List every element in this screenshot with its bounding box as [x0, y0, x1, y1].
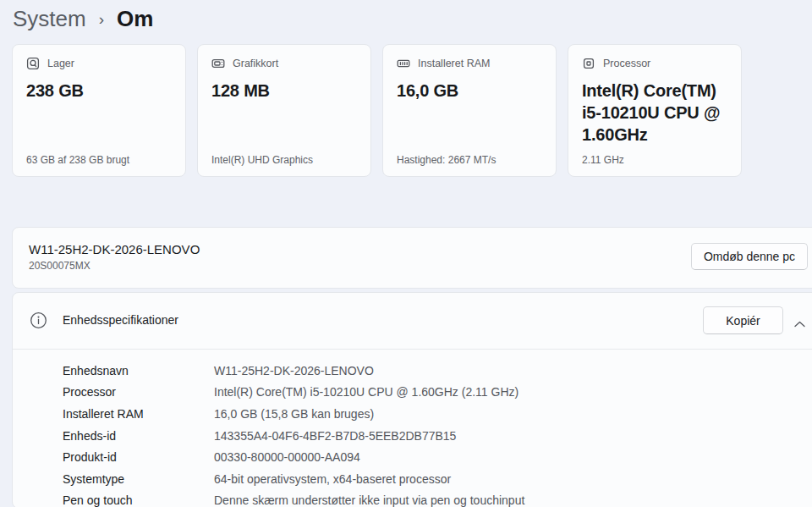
card-footer: 2.11 GHz — [582, 154, 624, 166]
spec-value: Denne skærm understøtter ikke input via … — [214, 493, 524, 507]
card-footer: Intel(R) UHD Graphics — [211, 154, 313, 166]
spec-label: Processor — [63, 385, 214, 399]
page-title: Om — [117, 5, 153, 32]
card-ram-header: Installeret RAM — [397, 57, 542, 70]
card-value: Intel(R) Core(TM) i5-10210U CPU @ 1.60GH… — [582, 80, 727, 146]
spec-value: Intel(R) Core(TM) i5-10210U CPU @ 1.60GH… — [214, 385, 518, 399]
card-title: Lager — [47, 58, 74, 69]
device-model: 20S00075MX — [29, 260, 91, 272]
spec-label: Enheds-id — [63, 429, 214, 443]
card-value: 16,0 GB — [397, 80, 542, 102]
spec-value: W11-25H2-DK-2026-LENOVO — [214, 364, 374, 377]
card-storage: Lager 238 GB 63 GB af 238 GB brugt — [12, 44, 186, 177]
spec-label: Pen og touch — [63, 493, 214, 507]
card-value: 238 GB — [26, 80, 172, 102]
table-row: Processor Intel(R) Core(TM) i5-10210U CP… — [13, 382, 812, 404]
device-specs-header[interactable]: Enhedsspecifikationer Kopiér — [13, 293, 812, 349]
breadcrumb: System › Om — [13, 4, 153, 33]
card-title: Grafikkort — [233, 58, 278, 69]
ram-icon — [397, 57, 410, 70]
card-processor: Processor Intel(R) Core(TM) i5-10210U CP… — [568, 44, 742, 177]
spec-label: Systemtype — [63, 472, 214, 486]
table-row: Enheds-id 143355A4-04F6-4BF2-B7D8-5EEB2D… — [13, 425, 812, 447]
rename-pc-button[interactable]: Omdøb denne pc — [691, 243, 808, 270]
specs-table: Enhedsnavn W11-25H2-DK-2026-LENOVO Proce… — [13, 350, 812, 507]
device-name-panel: W11-25H2-DK-2026-LENOVO 20S00075MX Omdøb… — [12, 227, 812, 289]
table-row: Pen og touch Denne skærm understøtter ik… — [13, 490, 812, 507]
copy-button[interactable]: Kopiér — [703, 306, 783, 334]
card-value: 128 MB — [211, 80, 357, 102]
table-row: Produkt-id 00330-80000-00000-AA094 — [13, 446, 812, 468]
gpu-icon — [211, 57, 225, 70]
spec-label: Installeret RAM — [63, 407, 214, 421]
spec-value: 143355A4-04F6-4BF2-B7D8-5EEB2DB77B15 — [214, 429, 456, 443]
cpu-icon — [582, 57, 595, 70]
device-name: W11-25H2-DK-2026-LENOVO — [29, 242, 200, 256]
section-title: Enhedsspecifikationer — [63, 313, 178, 327]
spec-label: Enhedsnavn — [63, 364, 214, 377]
chevron-right-icon: › — [99, 4, 104, 33]
spec-value: 00330-80000-00000-AA094 — [214, 450, 360, 464]
spec-value: 16,0 GB (15,8 GB kan bruges) — [214, 407, 374, 421]
card-title: Processor — [603, 58, 650, 69]
card-title: Installeret RAM — [418, 58, 490, 69]
card-graphics-header: Grafikkort — [211, 57, 357, 70]
card-graphics: Grafikkort 128 MB Intel(R) UHD Graphics — [197, 44, 371, 177]
card-storage-header: Lager — [26, 57, 172, 70]
breadcrumb-system[interactable]: System — [13, 5, 86, 32]
table-row: Enhedsnavn W11-25H2-DK-2026-LENOVO — [13, 360, 812, 382]
table-row: Installeret RAM 16,0 GB (15,8 GB kan bru… — [13, 403, 812, 425]
card-processor-header: Processor — [582, 57, 727, 70]
device-specs-panel: Enhedsspecifikationer Kopiér Enhedsnavn … — [12, 292, 812, 507]
spec-value: 64-bit operativsystem, x64-baseret proce… — [214, 472, 451, 486]
table-row: Systemtype 64-bit operativsystem, x64-ba… — [13, 468, 812, 490]
storage-icon — [26, 57, 40, 70]
spec-label: Produkt-id — [63, 450, 214, 464]
settings-about-page: { "breadcrumb": { "parent": "System", "s… — [0, 0, 812, 507]
card-footer: 63 GB af 238 GB brugt — [26, 154, 129, 166]
summary-cards: Lager 238 GB 63 GB af 238 GB brugt Grafi… — [12, 44, 742, 177]
card-ram: Installeret RAM 16,0 GB Hastighed: 2667 … — [382, 44, 557, 177]
chevron-up-icon[interactable] — [794, 316, 805, 331]
info-icon — [30, 311, 47, 333]
card-footer: Hastighed: 2667 MT/s — [397, 154, 496, 166]
